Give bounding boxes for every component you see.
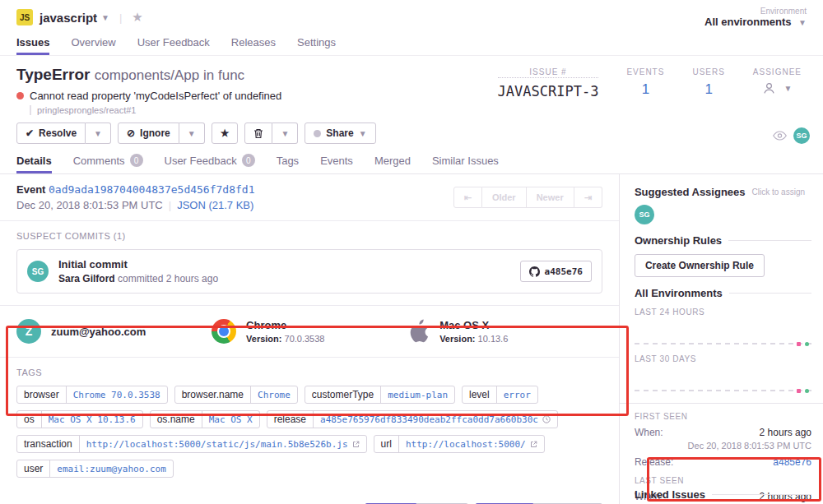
suspect-commits-heading: SUSPECT COMMITS (1) [16,231,602,241]
share-status-dot [314,130,321,137]
chevron-down-icon: ▼ [783,84,792,93]
spike-marker-pink [797,389,801,393]
project-platform-icon: JS [16,9,33,25]
delete-dropdown-button[interactable]: ▼ [272,123,298,144]
linked-issues-section: Linked Issues pringlesprongles/react#1 ✕ [635,488,811,504]
spike-marker-green [805,389,809,393]
error-type: TypeError [16,66,90,83]
tags-heading: TAGS [16,368,602,377]
tag-transaction[interactable]: transactionhttp://localhost:5000/static/… [16,435,367,453]
user-feedback-count-badge: 0 [242,154,255,167]
resolve-button[interactable]: ✔Resolve [16,123,86,144]
nav-item-overview[interactable]: Overview [71,31,115,55]
chevron-down-icon[interactable]: ▼ [101,13,109,22]
user-avatar: Z [16,319,41,344]
seen-by-avatar[interactable]: SG [793,127,810,144]
exception-section: EXCEPTION (most recent call first) Origi… [0,492,619,504]
user-email: zuum@yahoo.com [51,326,146,338]
ownership-rules-title: Ownership Rules [635,234,722,247]
newer-event-button[interactable]: Newer [527,187,574,208]
tag-level[interactable]: levelerror [462,386,538,404]
tag-url[interactable]: urlhttp://localhost:5000/ [374,435,545,453]
check-icon: ✔ [26,127,34,139]
users-count[interactable]: 1 [692,81,724,98]
chevron-down-icon: ▼ [188,129,196,138]
tags-section: TAGS browserChrome 70.0.3538browser.name… [0,357,619,492]
event-pagination: ⇤ Older Newer ⇥ [453,187,602,208]
click-to-assign-note: Click to assign [752,187,805,197]
issue-sidebar: Suggested Assignees Click to assign SG O… [620,174,823,504]
os-name: Mac OS X [439,319,508,331]
share-button[interactable]: Share ▼ [305,123,375,144]
last-24-hours-label: LAST 24 HOURS [635,307,811,317]
star-button[interactable]: ★ [212,123,239,144]
context-user: Z zuum@yahoo.com [16,318,212,344]
external-link-icon [530,441,537,448]
chevron-down-icon: ▼ [359,129,367,138]
event-details-main: Event 0ad9ada198704004837e5d456f7d8fd1 D… [0,174,620,504]
ignore-dropdown-button[interactable]: ▼ [179,123,205,144]
tag-release[interactable]: releasea485e765976df833490deab2ffca0dd7a… [267,410,558,428]
tag-customer-type[interactable]: customerTypemedium-plan [305,386,455,404]
tab-events[interactable]: Events [320,150,353,173]
project-selector[interactable]: javascript [40,11,97,25]
event-date: Dec 20, 2018 8:01:53 PM UTC [16,199,163,211]
events-label: EVENTS [626,67,664,76]
tag-user[interactable]: useremail:zuum@yahoo.com [16,460,174,478]
os-version: 10.13.6 [478,334,509,344]
newest-event-button[interactable]: ⇥ [574,187,602,208]
nav-item-user-feedback[interactable]: User Feedback [137,31,210,55]
assignee-selector[interactable]: ▼ [753,81,802,95]
browser-name: Chrome [246,319,324,331]
issue-header: TypeError components/App in func Cannot … [0,56,823,150]
tab-merged[interactable]: Merged [374,150,411,173]
tab-details[interactable]: Details [16,150,52,173]
tab-similar-issues[interactable]: Similar Issues [432,150,499,173]
skip-to-end-icon: ⇥ [584,192,592,203]
nav-item-issues[interactable]: Issues [16,31,49,55]
issue-annotation[interactable]: pringlesprongles/react#1 [30,105,498,115]
nav-item-settings[interactable]: Settings [297,31,336,55]
tab-user-feedback[interactable]: User Feedback0 [165,150,255,173]
tag-os[interactable]: osMac OS X 10.13.6 [16,410,143,428]
bookmark-star-icon[interactable]: ★ [132,10,142,25]
first-seen-date: Dec 20, 2018 8:01:53 PM UTC [635,441,811,451]
suggested-assignee-avatar[interactable]: SG [635,205,654,224]
browser-version: 70.0.3538 [285,334,325,344]
tag-os-name[interactable]: os.nameMac OS X [150,410,260,428]
first-seen-release-link[interactable]: a485e76 [773,456,811,468]
spike-marker-green [805,342,809,346]
create-ownership-rule-button[interactable]: Create Ownership Rule [635,254,765,277]
environment-selector[interactable]: All environments ▼ [704,16,807,28]
events-count[interactable]: 1 [626,81,664,98]
chevron-down-icon: ▼ [94,129,102,138]
event-id-link[interactable]: 0ad9ada198704004837e5d456f7d8fd1 [49,183,254,196]
assignee-label: ASSIGNEE [753,67,802,76]
chevron-down-icon: ▼ [281,129,289,138]
tag-browser-name[interactable]: browser.nameChrome [174,386,298,404]
chevron-down-icon: ▼ [798,18,807,27]
clock-icon [542,415,551,423]
delete-button[interactable] [244,123,272,144]
person-icon [762,81,776,95]
ignore-button[interactable]: ⊘Ignore [118,123,179,144]
commit-sha-button[interactable]: a485e76 [520,261,592,282]
older-event-button[interactable]: Older [482,187,527,208]
tab-comments[interactable]: Comments0 [73,150,143,173]
nav-item-releases[interactable]: Releases [231,31,276,55]
eye-icon [773,131,787,141]
tab-tags[interactable]: Tags [277,150,299,173]
skip-to-start-icon: ⇤ [464,192,472,203]
commit-author: Sara Gilford [58,273,115,284]
event-json-link[interactable]: JSON (21.7 KB) [177,199,253,211]
issue-stats: ISSUE # JAVASCRIPT-3 EVENTS 1 USERS 1 AS… [498,66,802,144]
resolve-dropdown-button[interactable]: ▼ [86,123,111,144]
event-label: Event [16,183,45,196]
github-icon [529,266,540,277]
tag-browser[interactable]: browserChrome 70.0.3538 [16,386,168,404]
event-context-summary: Z zuum@yahoo.com Chrome Version: 70.0.35… [0,305,619,357]
last-seen-heading: LAST SEEN [635,476,811,485]
app-header: JS javascript ▼ | ★ Environment All envi… [0,0,823,56]
oldest-event-button[interactable]: ⇤ [453,187,482,208]
sparkline-30d [635,365,811,393]
